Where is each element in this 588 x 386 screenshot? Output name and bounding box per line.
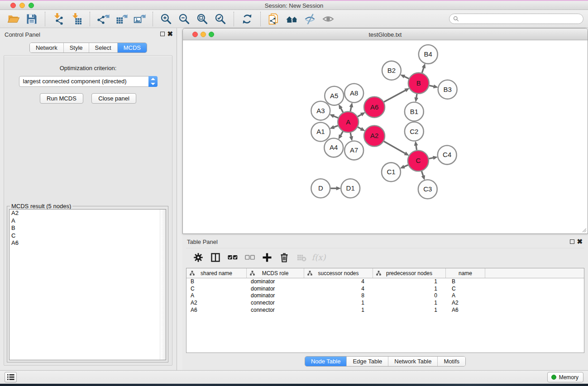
export-table-button[interactable] [112, 11, 130, 27]
result-list-item[interactable]: A2 [10, 210, 166, 217]
table-row[interactable]: Adominator80A [186, 292, 584, 300]
edge-C-C3 [421, 171, 423, 176]
zoom-fit-button[interactable] [193, 11, 211, 27]
import-table-button[interactable] [67, 11, 86, 27]
toolbar-separator [90, 12, 90, 26]
tab-network[interactable]: Network [30, 43, 63, 52]
edge-B-B4 [422, 67, 424, 73]
svg-text:A3: A3 [316, 107, 325, 114]
graph-node-B[interactable]: B [408, 73, 429, 94]
columns-button[interactable] [207, 250, 224, 265]
close-table-panel-icon[interactable]: ✖ [577, 238, 583, 246]
float-table-panel-icon[interactable] [570, 239, 574, 244]
function-builder-icon: f(x) [312, 253, 326, 262]
graph-node-B1[interactable]: B1 [405, 102, 424, 121]
refresh-icon [241, 13, 253, 25]
result-scrollbar[interactable] [160, 210, 166, 360]
column-header-successor-nodes[interactable]: successor nodes [304, 268, 373, 278]
close-panel-button[interactable]: Close panel [91, 93, 136, 104]
zoom-out-button[interactable] [175, 11, 193, 27]
graph-node-A7[interactable]: A7 [344, 141, 363, 160]
home-button[interactable] [283, 11, 301, 27]
graph-node-C1[interactable]: C1 [382, 162, 401, 181]
show-graphics-details-icon [322, 13, 335, 25]
refresh-button[interactable] [238, 11, 256, 27]
select-all-button[interactable] [224, 250, 241, 265]
list-icon [7, 374, 14, 381]
graph-node-C3[interactable]: C3 [418, 180, 437, 199]
table-row[interactable]: Bdominator41B [186, 278, 584, 286]
export-network-button[interactable] [94, 11, 112, 27]
search-field[interactable] [449, 14, 583, 24]
task-history-button[interactable] [5, 372, 17, 382]
graph-node-A4[interactable]: A4 [324, 138, 343, 157]
add-row-button[interactable] [258, 250, 276, 265]
zoom-selected-button[interactable] [211, 11, 229, 27]
export-image-button[interactable] [130, 11, 148, 27]
session-title: Session: New Session [0, 2, 588, 9]
result-list-item[interactable]: B [10, 224, 166, 232]
table-tab-node-table[interactable]: Node Table [305, 357, 347, 366]
main-toolbar [0, 10, 588, 28]
graph-node-A8[interactable]: A8 [344, 84, 363, 103]
gear-button[interactable] [190, 250, 207, 265]
graph-node-C[interactable]: C [408, 150, 429, 171]
network-graph[interactable]: B4 B2 B B3 B1 A5 A8 A6 A3 A A1 A4 A7 [183, 40, 588, 234]
graph-node-B3[interactable]: B3 [438, 80, 457, 99]
control-panel-title: Control Panel [5, 31, 40, 38]
table-row[interactable]: A2connector11A2 [186, 300, 584, 307]
table-cell: 1 [304, 300, 373, 307]
memory-button[interactable]: Memory [547, 372, 583, 382]
graph-node-A5[interactable]: A5 [325, 86, 344, 105]
resize-grip-icon[interactable] [582, 228, 587, 233]
column-header-predecessor-nodes[interactable]: predecessor nodes [373, 268, 446, 278]
search-input[interactable] [462, 16, 579, 22]
graph-node-C2[interactable]: C2 [405, 122, 424, 141]
table-row[interactable]: A6connector11A6 [186, 307, 584, 314]
graph-node-B2[interactable]: B2 [382, 61, 401, 80]
hide-graphics-details-icon [304, 13, 316, 25]
column-header-MCDS-role[interactable]: MCDS role [247, 268, 304, 278]
network-snapshot-button[interactable] [265, 11, 283, 27]
graph-node-C4[interactable]: C4 [438, 145, 457, 164]
criterion-dropdown[interactable]: largest connected component (directed) [19, 76, 158, 87]
table-cell: 1 [373, 278, 446, 286]
float-panel-icon[interactable] [160, 32, 165, 36]
graph-node-B4[interactable]: B4 [419, 45, 438, 64]
table-tab-edge-table[interactable]: Edge Table [346, 357, 388, 366]
tab-mcds[interactable]: MCDS [117, 43, 147, 52]
zoom-out-icon [178, 13, 191, 25]
run-mcds-button[interactable]: Run MCDS [40, 93, 83, 104]
network-canvas[interactable]: B4 B2 B B3 B1 A5 A8 A6 A3 A A1 A4 A7 [183, 40, 588, 234]
tab-style[interactable]: Style [63, 43, 89, 52]
result-list-item[interactable]: A6 [10, 239, 166, 247]
graph-node-D1[interactable]: D1 [341, 179, 360, 198]
result-list-item[interactable]: A [10, 217, 166, 225]
table-tab-network-table[interactable]: Network Table [388, 357, 437, 366]
column-header-name[interactable]: name [446, 268, 485, 278]
show-graphics-details-button[interactable] [319, 11, 337, 27]
hide-graphics-details-button[interactable] [301, 11, 319, 27]
delete-row-button[interactable] [276, 250, 293, 265]
column-header-shared-name[interactable]: shared name [186, 268, 247, 278]
result-list-item[interactable]: C [10, 232, 166, 240]
zoom-in-button[interactable] [157, 11, 175, 27]
graph-node-A[interactable]: A [338, 112, 359, 133]
graph-node-D[interactable]: D [311, 179, 330, 198]
table-row[interactable]: Cdominator41C [186, 286, 584, 293]
network-window-titlebar[interactable]: testGlobe.txt [183, 29, 588, 40]
open-file-icon [7, 13, 20, 25]
open-file-button[interactable] [5, 11, 23, 27]
deselect-all-button[interactable] [241, 250, 258, 265]
table-tab-motifs[interactable]: Motifs [437, 357, 465, 366]
graph-node-A1[interactable]: A1 [311, 123, 330, 142]
graph-node-A2[interactable]: A2 [364, 126, 385, 147]
graph-node-A6[interactable]: A6 [364, 97, 385, 118]
save-session-button[interactable] [23, 11, 41, 27]
graph-node-A3[interactable]: A3 [311, 101, 330, 120]
tab-select[interactable]: Select [89, 43, 117, 52]
import-table-icon [70, 13, 83, 25]
close-panel-icon[interactable]: ✖ [167, 30, 173, 38]
import-network-button[interactable] [49, 11, 67, 27]
column-header-filler [485, 268, 584, 278]
